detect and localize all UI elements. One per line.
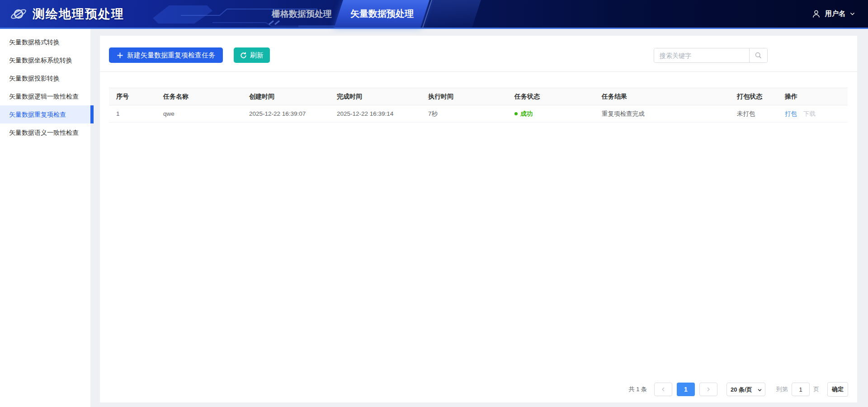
cell-index: 1 xyxy=(109,105,156,123)
search-box xyxy=(654,48,768,63)
pagination: 共 1 条 1 20 条/页 到第 页 确定 xyxy=(629,382,848,397)
col-created-time: 创建时间 xyxy=(242,88,330,105)
status-dot-icon xyxy=(514,112,518,115)
prev-page-button[interactable] xyxy=(654,383,672,396)
chevron-right-icon xyxy=(706,387,711,392)
goto-suffix-label: 页 xyxy=(813,385,819,393)
refresh-button[interactable]: 刷新 xyxy=(234,47,270,63)
page-1-button[interactable]: 1 xyxy=(677,383,695,396)
col-package-status: 打包状态 xyxy=(730,88,778,105)
new-task-button-label: 新建矢量数据重复项检查任务 xyxy=(127,51,215,60)
chevron-down-icon xyxy=(849,11,855,17)
table-header-row: 序号 任务名称 创建时间 完成时间 执行时间 任务状态 任务结果 打包状态 操作 xyxy=(109,88,848,105)
sidebar-item-coordsys-convert[interactable]: 矢量数据坐标系统转换 xyxy=(0,51,90,69)
toolbar: 新建矢量数据重复项检查任务 刷新 xyxy=(109,47,270,63)
page-size-select[interactable]: 20 条/页 xyxy=(726,383,765,396)
sidebar-item-logic-check[interactable]: 矢量数据逻辑一致性检查 xyxy=(0,87,90,105)
col-finished-time: 完成时间 xyxy=(330,88,421,105)
chevron-left-icon xyxy=(660,387,666,392)
download-action-link[interactable]: 下载 xyxy=(803,110,816,117)
col-status: 任务状态 xyxy=(507,88,594,105)
search-button[interactable] xyxy=(749,48,767,62)
col-duration: 执行时间 xyxy=(421,88,507,105)
col-index: 序号 xyxy=(109,88,156,105)
refresh-icon xyxy=(240,52,247,59)
user-icon xyxy=(811,9,821,19)
refresh-button-label: 刷新 xyxy=(250,51,264,60)
task-table: 序号 任务名称 创建时间 完成时间 执行时间 任务状态 任务结果 打包状态 操作… xyxy=(109,88,848,123)
page-size-select-wrap: 20 条/页 xyxy=(726,383,765,396)
table-row: 1 qwe 2025-12-22 16:39:07 2025-12-22 16:… xyxy=(109,105,848,123)
tab-vector-preprocess[interactable]: 矢量数据预处理 xyxy=(341,0,423,28)
search-icon xyxy=(755,52,762,59)
cell-actions: 打包 下载 xyxy=(778,105,848,123)
cell-task-name: qwe xyxy=(156,105,242,123)
active-tab-trailing-band xyxy=(422,0,481,28)
sidebar-nav: 矢量数据格式转换 矢量数据坐标系统转换 矢量数据投影转换 矢量数据逻辑一致性检查… xyxy=(0,29,90,407)
user-name-label: 用户名 xyxy=(825,9,845,18)
cell-package-status: 未打包 xyxy=(730,105,778,123)
sidebar-item-projection-convert[interactable]: 矢量数据投影转换 xyxy=(0,69,90,87)
app-header: 测绘地理预处理 栅格数据预处理 矢量数据预处理 用户名 xyxy=(0,0,868,29)
user-menu[interactable]: 用户名 xyxy=(811,0,855,28)
col-task-name: 任务名称 xyxy=(156,88,242,105)
goto-confirm-button[interactable]: 确定 xyxy=(827,382,848,397)
main-content-card: 新建矢量数据重复项检查任务 刷新 序号 任务名 xyxy=(100,36,857,402)
cell-status: 成功 xyxy=(507,105,594,123)
sidebar-item-semantic-check[interactable]: 矢量数据语义一致性检查 xyxy=(0,123,90,142)
new-task-button[interactable]: 新建矢量数据重复项检查任务 xyxy=(109,47,223,63)
header-tabs: 栅格数据预处理 矢量数据预处理 xyxy=(0,0,868,28)
toolbar-divider xyxy=(100,71,857,72)
sidebar-item-format-convert[interactable]: 矢量数据格式转换 xyxy=(0,33,90,51)
goto-page-input[interactable] xyxy=(792,383,810,396)
tab-raster-preprocess[interactable]: 栅格数据预处理 xyxy=(267,0,337,28)
sidebar-item-duplicate-check[interactable]: 矢量数据重复项检查 xyxy=(0,105,90,123)
plus-icon xyxy=(117,52,123,59)
cell-created-time: 2025-12-22 16:39:07 xyxy=(242,105,330,123)
search-input[interactable] xyxy=(654,48,749,62)
col-actions: 操作 xyxy=(778,88,848,105)
cell-duration: 7秒 xyxy=(421,105,507,123)
package-action-link[interactable]: 打包 xyxy=(785,110,797,117)
next-page-button[interactable] xyxy=(699,383,717,396)
cell-finished-time: 2025-12-22 16:39:14 xyxy=(330,105,421,123)
status-badge: 成功 xyxy=(520,110,533,118)
cell-result: 重复项检查完成 xyxy=(594,105,730,123)
total-count-label: 共 1 条 xyxy=(629,385,647,393)
goto-prefix-label: 到第 xyxy=(776,385,788,393)
col-result: 任务结果 xyxy=(594,88,730,105)
